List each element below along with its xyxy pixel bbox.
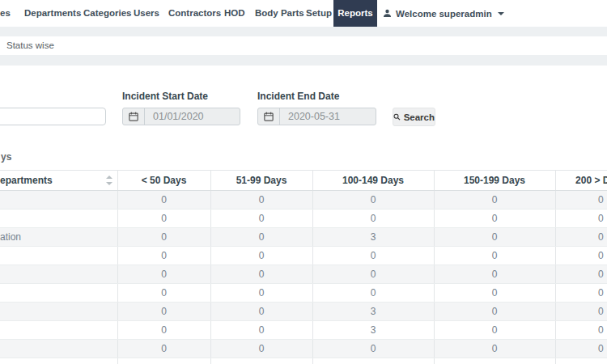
cell-department xyxy=(0,358,117,364)
nav-item-body-parts[interactable]: Body Parts xyxy=(255,0,304,27)
table-row: 0 0 3 0 0 xyxy=(0,303,607,321)
cell-value: 0 xyxy=(434,303,555,321)
end-date-input[interactable]: 2020-05-31 xyxy=(257,108,376,125)
cell-value: 0 xyxy=(434,247,555,265)
cell-value: 0 xyxy=(555,303,607,321)
app-window: es Departments Categories Users Contract… xyxy=(0,0,607,364)
nav-item-users[interactable]: Users xyxy=(134,0,159,27)
column-header-150-199: 150-199 Days xyxy=(434,171,555,191)
cell-value: 0 xyxy=(210,191,312,210)
search-icon xyxy=(393,112,401,121)
table-row: 0 0 0 0 0 xyxy=(0,210,607,228)
cell-value: 0 xyxy=(210,247,312,265)
page-background-band xyxy=(0,27,607,36)
cell-value: 3 xyxy=(312,303,434,321)
cell-department xyxy=(0,265,117,284)
cell-value: 0 xyxy=(210,340,312,358)
nav-item-categories[interactable]: Categories xyxy=(83,0,131,27)
nav-item-partial[interactable]: es xyxy=(0,0,11,27)
top-navbar: es Departments Categories Users Contract… xyxy=(0,0,607,27)
cell-value xyxy=(555,358,607,364)
start-date-input[interactable]: 01/01/2020 xyxy=(122,108,240,125)
table-row: ation 0 0 3 0 0 xyxy=(0,228,607,247)
cell-value: 0 xyxy=(555,191,607,210)
cell-value: 0 xyxy=(434,228,555,247)
cell-department xyxy=(0,191,117,210)
column-header-51-99: 51-99 Days xyxy=(210,171,312,191)
cell-value: 0 xyxy=(434,284,555,303)
cell-value: 0 xyxy=(117,284,210,303)
cell-value: 0 xyxy=(434,340,555,358)
cell-value: 0 xyxy=(117,247,210,265)
cell-department xyxy=(0,340,117,358)
column-header-label: epartments xyxy=(0,175,53,186)
page-background-band xyxy=(0,55,607,66)
user-menu-label: Welcome superadmin xyxy=(396,9,492,19)
calendar-icon xyxy=(123,108,145,125)
status-wise-report-table: epartments < 50 Days 51-99 Days 100-149 … xyxy=(0,170,607,364)
table-row: 0 0 0 0 0 xyxy=(0,191,607,210)
cell-value: 0 xyxy=(210,228,312,247)
nav-item-hod[interactable]: HOD xyxy=(224,0,245,27)
cell-value: 0 xyxy=(210,303,312,321)
cell-department xyxy=(0,284,117,303)
cell-value: 0 xyxy=(117,265,210,284)
cell-value: 0 xyxy=(312,340,434,358)
cell-value: 0 xyxy=(117,210,210,228)
cell-value xyxy=(434,358,555,364)
search-button[interactable]: Search xyxy=(393,108,435,126)
cell-value: 0 xyxy=(555,340,607,358)
cell-value: 0 xyxy=(434,321,555,340)
table-row: 0 0 3 0 0 xyxy=(0,321,607,340)
cell-value: 0 xyxy=(117,340,210,358)
nav-item-contractors[interactable]: Contractors xyxy=(168,0,221,27)
nav-item-setup[interactable]: Setup xyxy=(306,0,332,27)
cell-value: 0 xyxy=(312,284,434,303)
cell-value: 0 xyxy=(555,247,607,265)
cell-value xyxy=(210,358,312,364)
nav-item-reports-active[interactable]: Reports xyxy=(333,0,377,27)
cell-value: 0 xyxy=(210,265,312,284)
start-date-label: Incident Start Date xyxy=(122,91,208,102)
cell-department xyxy=(0,210,117,228)
cell-value: 0 xyxy=(555,321,607,340)
report-table-container: epartments < 50 Days 51-99 Days 100-149 … xyxy=(0,170,607,364)
cell-value: 3 xyxy=(312,321,434,340)
table-row: 0 0 0 0 0 xyxy=(0,265,607,284)
cell-value: 0 xyxy=(555,265,607,284)
table-row-partial xyxy=(0,358,607,364)
filter-text-input[interactable] xyxy=(0,108,106,125)
cell-value: 0 xyxy=(210,321,312,340)
cell-value: 0 xyxy=(434,210,555,228)
table-row: 0 0 0 0 0 xyxy=(0,340,607,358)
cell-value: 3 xyxy=(312,228,434,247)
end-date-value: 2020-05-31 xyxy=(280,108,376,125)
tab-status-wise[interactable]: Status wise xyxy=(6,36,54,55)
column-header-lt50: < 50 Days xyxy=(117,171,210,191)
cell-value: 0 xyxy=(117,303,210,321)
column-header-gt200: 200 > Days xyxy=(555,171,607,191)
report-tab-bar: Status wise xyxy=(0,36,607,55)
cell-value: 0 xyxy=(117,191,210,210)
cell-value: 0 xyxy=(117,228,210,247)
cell-value xyxy=(117,358,210,364)
cell-value: 0 xyxy=(117,321,210,340)
cell-value xyxy=(312,358,434,364)
table-row: 0 0 0 0 0 xyxy=(0,247,607,265)
cell-value: 0 xyxy=(210,284,312,303)
end-date-label: Incident End Date xyxy=(257,91,339,102)
cell-value: 0 xyxy=(312,191,434,210)
cell-department xyxy=(0,303,117,321)
cell-department xyxy=(0,247,117,265)
cell-value: 0 xyxy=(312,265,434,284)
nav-item-departments[interactable]: Departments xyxy=(24,0,81,27)
cell-value: 0 xyxy=(555,284,607,303)
section-title-partial: ys xyxy=(1,151,11,163)
cell-department-partial: ation xyxy=(0,228,117,247)
cell-value: 0 xyxy=(555,210,607,228)
user-menu[interactable]: Welcome superadmin xyxy=(383,0,504,27)
column-header-departments[interactable]: epartments xyxy=(0,171,117,191)
chevron-down-icon xyxy=(498,12,504,15)
start-date-value: 01/01/2020 xyxy=(145,108,240,125)
cell-department xyxy=(0,321,117,340)
